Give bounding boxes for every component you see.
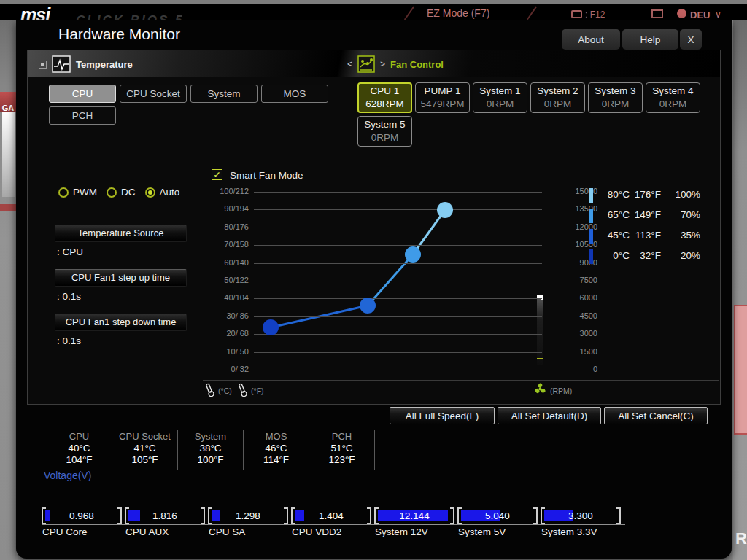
temp-readout-cpu-socket: CPU Socket41°C105°F — [112, 430, 178, 470]
ez-mode-button[interactable]: EZ Mode (F7) — [427, 7, 489, 19]
radio-icon[interactable] — [107, 187, 117, 198]
voltage-gauge-system-12v: 12.144System 12V — [374, 508, 454, 524]
collapse-checkbox-icon[interactable] — [39, 61, 47, 69]
fahrenheit-unit-label: (°F) — [251, 386, 264, 395]
fan-tab-name: PUMP 1 — [424, 85, 460, 98]
y-tick-left: 100/212 — [220, 187, 249, 195]
chevron-right-icon[interactable]: > — [380, 59, 385, 69]
temperature-tab-mos[interactable]: MOS — [261, 85, 328, 103]
monitor-icon[interactable] — [651, 9, 663, 18]
temp-readout-fahrenheit: 100°F — [178, 454, 243, 466]
fan-curve-point-1[interactable] — [263, 319, 279, 335]
fan-tab-system-3[interactable]: System 30RPM — [588, 82, 643, 113]
voltage-label: System 12V — [375, 526, 428, 537]
voltage-gauge-cpu-vdd2: 1.404CPU VDD2 — [291, 508, 371, 524]
fan-speed-slider[interactable] — [537, 295, 543, 365]
legend-row: 0°C32°F20% — [589, 246, 706, 267]
temperature-tab-system[interactable]: System — [190, 85, 258, 103]
legend-temp-c: 45°C — [589, 230, 630, 241]
voltage-value: 5.040 — [457, 508, 538, 524]
fan-curve-point-2[interactable] — [360, 298, 376, 314]
temperature-tab-cpu[interactable]: CPU — [49, 85, 116, 103]
screenshot-icon[interactable] — [571, 10, 582, 18]
legend-duty-pct: 70% — [662, 209, 700, 220]
about-button[interactable]: About — [562, 29, 620, 50]
fan-tab-system-2[interactable]: System 20RPM — [530, 82, 585, 113]
gridline — [254, 334, 542, 335]
fan-tab-system-4[interactable]: System 40RPM — [646, 82, 700, 113]
thermometer-celsius-icon — [203, 381, 217, 398]
fan-curve-point-4[interactable] — [437, 202, 453, 218]
smart-fan-mode-label: Smart Fan Mode — [230, 170, 303, 181]
fan-mode-auto[interactable]: Auto — [145, 187, 180, 198]
fan-tab-rpm: 0RPM — [659, 98, 687, 111]
fan-control-section-label: Fan Control — [390, 59, 444, 70]
radio-icon[interactable] — [145, 187, 155, 198]
gridline — [254, 281, 542, 281]
click-bios-label: CLICK BIOS 5 — [76, 13, 184, 20]
background-pink-fragment — [734, 305, 747, 435]
temperature-tabs: CPUCPU SocketSystemMOSPCH — [49, 85, 335, 125]
y-tick-left: 30/ 86 — [226, 311, 249, 320]
voltage-gauge-system-5v: 5.040System 5V — [457, 508, 538, 524]
voltage-gauge-system-3-3v: 3.300System 3.3V — [541, 508, 621, 524]
smart-fan-mode-checkbox[interactable]: ✓ — [212, 169, 222, 180]
gridline — [254, 192, 542, 192]
all-set-default-d-button[interactable]: All Set Default(D) — [498, 407, 601, 424]
temp-readout-pch: PCH51°C123°F — [309, 430, 375, 470]
fan-mode-label: Auto — [160, 187, 180, 198]
fan-tab-system-5[interactable]: System 50RPM — [357, 116, 412, 147]
y-tick-right: 0 — [593, 365, 597, 373]
gridline — [254, 228, 542, 228]
fan-tab-pump-1[interactable]: PUMP 15479RPM — [415, 82, 470, 113]
legend-temp-f: 176°F — [632, 189, 661, 200]
temperature-tab-pch[interactable]: PCH — [49, 106, 116, 125]
hardware-monitor-dialog: Hardware Monitor About Help X Temperatur… — [16, 20, 732, 559]
temperature-tab-cpu-socket[interactable]: CPU Socket — [120, 85, 187, 103]
close-button[interactable]: X — [680, 29, 702, 50]
fan-tab-cpu-1[interactable]: CPU 1628RPM — [357, 82, 412, 113]
divider-slash — [527, 6, 537, 20]
language-icon[interactable] — [677, 9, 686, 18]
voltage-label: CPU VDD2 — [292, 526, 341, 537]
temperature-source-button[interactable]: Temperature Source — [55, 225, 187, 242]
fan-tab-rpm: 628RPM — [365, 98, 404, 111]
fan-tab-name: System 3 — [595, 85, 635, 98]
language-label[interactable]: DEU — [690, 9, 710, 20]
fan-tab-system-1[interactable]: System 10RPM — [473, 82, 527, 113]
temp-readout-label: CPU — [47, 431, 112, 443]
gridline — [254, 209, 542, 210]
voltage-value: 1.298 — [208, 508, 288, 524]
voltage-label: CPU Core — [42, 526, 88, 537]
chevron-down-icon[interactable]: ∨ — [715, 9, 721, 20]
background-r-letter: R — [735, 529, 747, 548]
fan-curve-point-3[interactable] — [405, 246, 421, 262]
legend-temp-c: 80°C — [589, 189, 630, 200]
cpu-fan1-step-up-time-button[interactable]: CPU Fan1 step up time — [55, 269, 187, 287]
page-title: Hardware Monitor — [58, 26, 180, 43]
voltage-gauge-cpu-core: 0.968CPU Core — [42, 508, 122, 524]
radio-icon[interactable] — [58, 187, 69, 198]
y-tick-right: 3000 — [580, 329, 597, 338]
all-full-speed-f-button[interactable]: All Full Speed(F) — [390, 407, 495, 424]
legend-row: 45°C113°F35% — [589, 226, 706, 246]
y-tick-left: 10/ 50 — [226, 347, 249, 356]
all-set-cancel-c-button[interactable]: All Set Cancel(C) — [604, 407, 708, 424]
fan-tab-rpm: 0RPM — [544, 98, 572, 111]
temp-readout-fahrenheit: 123°F — [309, 454, 374, 466]
temp-readout-celsius: 51°C — [309, 443, 374, 454]
help-button[interactable]: Help — [622, 29, 678, 50]
y-tick-left: 40/104 — [224, 293, 249, 302]
celsius-unit-label: (°C) — [218, 386, 232, 395]
f12-hotkey-label: : F12 — [585, 9, 605, 20]
fan-mode-pwm[interactable]: PWM — [58, 187, 97, 198]
bios-screen: msi CLICK BIOS 5 EZ Mode (F7) : F12 DEU … — [0, 0, 747, 560]
fan-curve-plot[interactable] — [254, 192, 542, 370]
chevron-left-icon[interactable]: < — [347, 59, 352, 69]
cpu-fan1-step-down-time-button[interactable]: CPU Fan1 step down time — [55, 314, 187, 331]
temp-readout-fahrenheit: 104°F — [47, 454, 112, 466]
msi-logo: msi — [20, 4, 50, 20]
fan-mode-dc[interactable]: DC — [107, 187, 136, 198]
legend-row: 80°C176°F100% — [589, 185, 706, 206]
voltage-value: 1.816 — [125, 508, 205, 524]
